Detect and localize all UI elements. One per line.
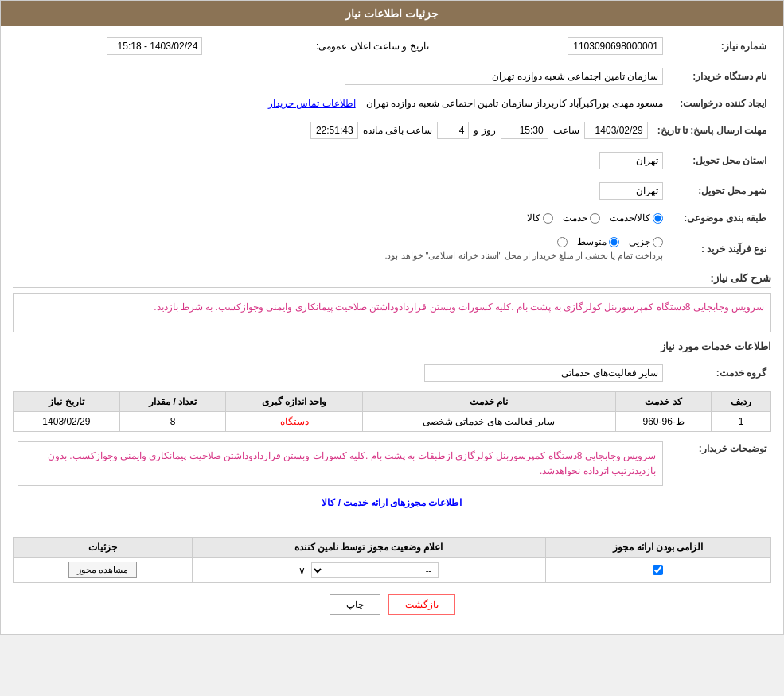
buyer-notes-label: توضیحات خریدار: <box>668 438 771 489</box>
page-wrapper: جزئیات اطلاعات نیاز شماره نیاز: 11030906… <box>0 0 784 635</box>
radio-khedmat[interactable]: خدمت <box>563 212 600 224</box>
service-group-row: گروه خدمت: سایر فعالیت‌های خدماتی <box>13 361 771 385</box>
province-label: استان محل تحویل: <box>668 149 771 173</box>
permit-required-checkbox[interactable] <box>653 565 663 575</box>
radio-kala-khedmat[interactable]: کالا/خدمت <box>610 212 663 224</box>
permit-details-cell: مشاهده مجوز <box>14 558 193 583</box>
col-code-header: کد خدمت <box>615 392 711 412</box>
page-header: جزئیات اطلاعات نیاز <box>1 1 783 26</box>
print-button[interactable]: چاپ <box>330 594 380 615</box>
radio-kala[interactable]: کالا <box>527 212 553 224</box>
province-row: استان محل تحویل: تهران <box>13 149 771 173</box>
col-count-header: تعداد / مقدار <box>119 392 226 412</box>
category-label: طبقه بندی موضوعی: <box>668 209 771 227</box>
buyer-org-label: نام دستگاه خریدار: <box>668 64 771 88</box>
col-row-header: ردیف <box>712 392 771 412</box>
buyer-org-value: سازمان تامین اجتماعی شعبه دوازده تهران <box>345 68 663 85</box>
need-number-label: شماره نیاز: <box>668 34 771 58</box>
city-label: شهر محل تحویل: <box>668 179 771 203</box>
creator-label: ایجاد کننده درخواست: <box>668 95 771 112</box>
buyer-org-row: نام دستگاه خریدار: سازمان تامین اجتماعی … <box>13 64 771 88</box>
days-label: روز و <box>474 125 495 136</box>
deadline-days-value: 4 <box>437 122 469 139</box>
permit-table: الزامی بودن ارائه مجوز اعلام وضعیت مجوز … <box>13 537 771 583</box>
need-number-value: 1103090698000001 <box>568 37 663 55</box>
permit-col-required: الزامی بودن ارائه مجوز <box>545 538 770 558</box>
process-row: نوع فرآیند خرید : جزیی متوسط پرداخت <box>13 233 771 264</box>
remaining-label: ساعت باقی مانده <box>363 125 433 136</box>
permit-col-status: اعلام وضعیت مجوز توسط نامین کننده <box>192 538 545 558</box>
buyer-notes-row: توضیحات خریدار: سرویس وجابجایی 8دستگاه ک… <box>13 438 771 489</box>
deadline-date-value: 1403/02/29 <box>584 122 648 139</box>
radio-mottasat[interactable]: متوسط <box>577 236 619 247</box>
radio-other[interactable] <box>555 237 568 247</box>
service-code: ط-96-960 <box>615 412 711 432</box>
announce-label: تاریخ و ساعت اعلان عمومی: <box>316 41 429 52</box>
time-label: ساعت <box>553 125 579 136</box>
need-number-row: شماره نیاز: 1103090698000001 تاریخ و ساع… <box>13 34 771 58</box>
category-row: طبقه بندی موضوعی: کالا/خدمت خدمت کالا <box>13 209 771 227</box>
service-group-value: سایر فعالیت‌های خدماتی <box>424 364 663 382</box>
service-count: 8 <box>119 412 226 432</box>
contact-link[interactable]: اطلاعات تماس خریدار <box>268 98 356 109</box>
table-row: 1 ط-96-960 سایر فعالیت های خدماتی شخصی د… <box>14 412 771 432</box>
announce-datetime-value: 1403/02/24 - 15:18 <box>107 37 202 55</box>
radio-jozii[interactable]: جزیی <box>629 236 663 247</box>
need-desc-text: سرویس وجابجایی 8دستگاه کمپرسوربنل کولرگا… <box>154 301 764 313</box>
creator-value: مسعود مهدی بوراکبرآباد کاربرداز سازمان ت… <box>366 98 663 109</box>
service-info-title: اطلاعات خدمات مورد نیاز <box>13 340 771 356</box>
view-permit-button[interactable]: مشاهده مجوز <box>68 562 137 578</box>
service-group-label: گروه خدمت: <box>668 361 771 385</box>
need-desc-box: سرویس وجابجایی 8دستگاه کمپرسوربنل کولرگا… <box>13 293 771 332</box>
service-row-num: 1 <box>712 412 771 432</box>
service-name: سایر فعالیت های خدماتی شخصی <box>362 412 615 432</box>
creator-row: ایجاد کننده درخواست: مسعود مهدی بوراکبرآ… <box>13 95 771 112</box>
service-date: 1403/02/29 <box>14 412 120 432</box>
province-value: تهران <box>599 152 663 169</box>
deadline-remaining-value: 22:51:43 <box>310 122 358 139</box>
buyer-notes-text: سرویس وجابجایی 8دستگاه کمپرسوربنل کولرگا… <box>18 441 663 486</box>
permit-status-select[interactable]: -- <box>311 562 439 578</box>
process-note: پرداخت تمام یا بخشی از مبلغ خریدار از مح… <box>18 251 663 261</box>
deadline-label: مهلت ارسال پاسخ: تا تاریخ: <box>653 119 771 142</box>
process-type-label: نوع فرآیند خرید : <box>668 233 771 264</box>
content-area: شماره نیاز: 1103090698000001 تاریخ و ساع… <box>1 26 783 634</box>
back-button[interactable]: بازگشت <box>388 594 455 615</box>
service-unit: دستگاه <box>226 412 362 432</box>
deadline-row: مهلت ارسال پاسخ: تا تاریخ: 1403/02/29 سا… <box>13 119 771 142</box>
city-row: شهر محل تحویل: تهران <box>13 179 771 203</box>
col-date-header: تاریخ نیاز <box>14 392 120 412</box>
city-value: تهران <box>599 182 663 200</box>
need-desc-title: شرح کلی نیاز: <box>13 272 771 288</box>
deadline-time-value: 15:30 <box>501 122 548 139</box>
permit-required-cell <box>545 558 770 583</box>
permit-status-cell: -- ∨ <box>192 558 545 583</box>
service-table: ردیف کد خدمت نام خدمت واحد اندازه گیری ت… <box>13 391 771 432</box>
col-name-header: نام خدمت <box>362 392 615 412</box>
permit-title: اطلاعات مجوزهای ارائه خدمت / کالا <box>13 497 771 508</box>
list-item: -- ∨ مشاهده مجوز <box>14 558 771 583</box>
col-unit-header: واحد اندازه گیری <box>226 392 362 412</box>
permit-col-details: جزئیات <box>14 538 193 558</box>
page-title: جزئیات اطلاعات نیاز <box>345 7 439 20</box>
bottom-buttons: بازگشت چاپ <box>13 594 771 615</box>
